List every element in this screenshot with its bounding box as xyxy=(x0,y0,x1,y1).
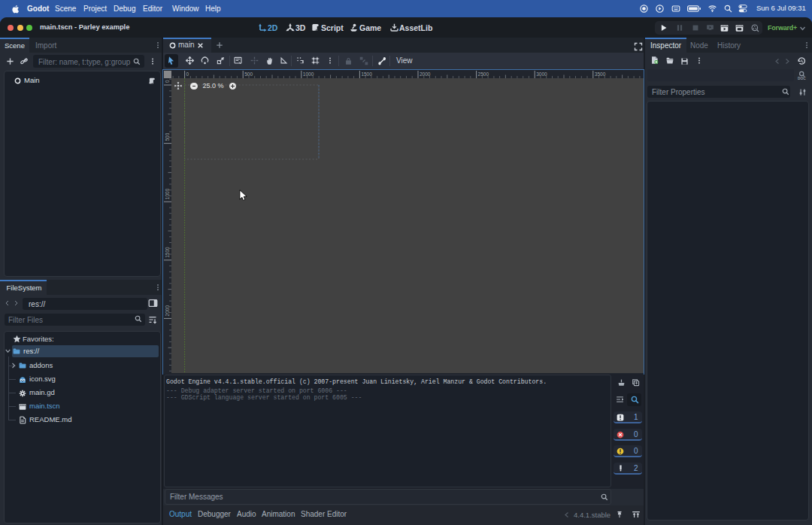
svg-text:3000: 3000 xyxy=(536,71,547,77)
svg-text:DOC: DOC xyxy=(798,77,806,80)
svg-text:1500: 1500 xyxy=(361,71,372,77)
svg-text:1000: 1000 xyxy=(165,188,170,199)
svg-text:1000: 1000 xyxy=(303,71,314,77)
svg-text:2500: 2500 xyxy=(478,71,489,77)
svg-text:2000: 2000 xyxy=(420,71,431,77)
svg-text:500: 500 xyxy=(244,71,253,77)
svg-text:500: 500 xyxy=(165,132,170,141)
svg-text:0: 0 xyxy=(165,80,170,83)
svg-text:1500: 1500 xyxy=(165,247,170,258)
svg-text:0: 0 xyxy=(186,71,189,77)
svg-text:2000: 2000 xyxy=(165,305,170,317)
svg-text:3500: 3500 xyxy=(595,71,606,77)
